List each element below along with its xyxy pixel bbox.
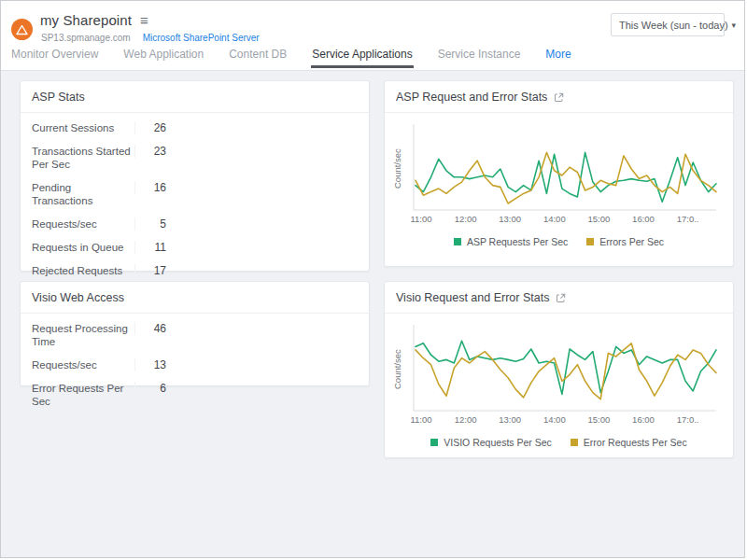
table-row: Request Processing Time46 xyxy=(32,316,358,353)
svg-text:12:00: 12:00 xyxy=(455,414,477,425)
table-row: Error Requests Per Sec6 xyxy=(32,376,358,413)
stat-label: Error Requests Per Sec xyxy=(32,382,134,408)
monitor-host: SP13.spmanage.com xyxy=(41,33,131,43)
svg-text:12:00: 12:00 xyxy=(455,214,477,224)
stat-value: 46 xyxy=(134,322,166,335)
svg-text:17:0..: 17:0.. xyxy=(677,214,699,224)
stat-label: Rejected Requests xyxy=(32,264,134,277)
visio-request-error-chart-panel: Visio Request and Error Stats Count/sec … xyxy=(384,281,734,458)
table-row: Requests/sec5 xyxy=(32,212,358,235)
legend-label: VISIO Requests Per Sec xyxy=(444,437,552,448)
tab-web-application[interactable]: Web Application xyxy=(122,45,204,68)
page-title: my Sharepoint xyxy=(40,12,132,28)
visio-web-access-panel: Visio Web Access Request Processing Time… xyxy=(20,281,370,386)
svg-text:17:0..: 17:0.. xyxy=(677,414,699,425)
svg-text:11:00: 11:00 xyxy=(410,214,431,224)
svg-text:14:00: 14:00 xyxy=(543,414,566,425)
asp-chart-body: Count/sec 11:0012:0013:0014:0015:0016:00… xyxy=(385,113,733,229)
stat-value: 26 xyxy=(134,121,166,134)
stat-value: 16 xyxy=(134,181,166,194)
asp-chart-legend: ASP Requests Per SecErrors Per Sec xyxy=(385,236,733,247)
svg-text:16:00: 16:00 xyxy=(632,414,655,425)
stat-value: 23 xyxy=(134,145,166,158)
legend-swatch-icon xyxy=(430,439,438,446)
visio-web-access-title: Visio Web Access xyxy=(21,282,369,314)
warning-triangle-icon xyxy=(16,24,28,35)
legend-swatch-icon xyxy=(586,238,594,245)
table-row: Requests/sec13 xyxy=(32,353,358,376)
stat-value: 6 xyxy=(134,382,166,395)
external-link-icon[interactable] xyxy=(556,293,566,303)
stat-label: Request Processing Time xyxy=(32,322,134,348)
tab-bar: Monitor OverviewWeb ApplicationContent D… xyxy=(1,45,744,70)
stat-label: Requests in Queue xyxy=(32,241,134,254)
visio-chart-body: Count/sec 11:0012:0013:0014:0015:0016:00… xyxy=(385,314,733,429)
legend-swatch-icon xyxy=(454,238,461,245)
monitor-status-avatar xyxy=(11,19,33,40)
asp-request-error-chart-panel: ASP Request and Error Stats Count/sec 11… xyxy=(384,80,734,267)
legend-item-error-requests-per-sec[interactable]: Error Requests Per Sec xyxy=(571,437,687,448)
visio-web-access-table: Request Processing Time46Requests/sec13E… xyxy=(21,314,369,418)
dashboard-screen: my Sharepoint ≡ SP13.spmanage.com Micros… xyxy=(0,0,745,558)
stat-value: 5 xyxy=(134,217,166,231)
table-row: Transactions Started Per Sec23 xyxy=(32,139,358,175)
chevron-down-icon: ▾ xyxy=(732,21,737,30)
visio-chart-legend: VISIO Requests Per SecError Requests Per… xyxy=(385,437,733,448)
tab-more[interactable]: More xyxy=(544,45,571,68)
tab-monitor-overview[interactable]: Monitor Overview xyxy=(10,45,99,68)
time-range-dropdown[interactable]: This Week (sun - today) ▾ xyxy=(611,13,725,36)
asp-chart-title: ASP Request and Error Stats xyxy=(385,81,733,113)
server-type-link[interactable]: Microsoft SharePoint Server xyxy=(143,33,260,43)
asp-chart-title-text: ASP Request and Error Stats xyxy=(396,91,547,104)
stat-value: 17 xyxy=(134,264,166,277)
svg-text:11:00: 11:00 xyxy=(410,414,431,425)
legend-item-errors-per-sec[interactable]: Errors Per Sec xyxy=(586,236,664,247)
stat-value: 13 xyxy=(134,358,166,371)
svg-text:14:00: 14:00 xyxy=(543,214,566,224)
svg-text:15:00: 15:00 xyxy=(588,414,611,425)
svg-text:13:00: 13:00 xyxy=(499,414,521,425)
external-link-icon[interactable] xyxy=(554,92,564,103)
table-row: Requests in Queue11 xyxy=(32,235,358,259)
tab-content-db[interactable]: Content DB xyxy=(228,45,288,68)
table-row: Rejected Requests17 xyxy=(32,259,358,282)
visio-chart-title-text: Visio Request and Error Stats xyxy=(396,291,549,304)
stat-label: Pending Transactions xyxy=(32,181,134,207)
visio-chart-title: Visio Request and Error Stats xyxy=(385,282,733,314)
legend-label: Error Requests Per Sec xyxy=(584,437,687,448)
tab-service-instance[interactable]: Service Instance xyxy=(437,45,522,68)
legend-label: ASP Requests Per Sec xyxy=(467,236,568,247)
stat-label: Requests/sec xyxy=(32,217,134,231)
svg-text:13:00: 13:00 xyxy=(499,214,521,224)
visio-line-chart: 11:0012:0013:0014:0015:0016:0017:0.. xyxy=(404,321,720,429)
legend-label: Errors Per Sec xyxy=(599,236,664,247)
asp-chart-ylabel: Count/sec xyxy=(390,124,404,214)
legend-item-asp-requests-per-sec[interactable]: ASP Requests Per Sec xyxy=(454,236,568,247)
asp-stats-title: ASP Stats xyxy=(21,81,369,113)
svg-text:15:00: 15:00 xyxy=(588,214,611,224)
menu-icon[interactable]: ≡ xyxy=(140,13,148,27)
svg-text:16:00: 16:00 xyxy=(632,214,655,224)
legend-swatch-icon xyxy=(571,439,578,446)
table-row: Current Sessions26 xyxy=(32,116,358,139)
legend-item-visio-requests-per-sec[interactable]: VISIO Requests Per Sec xyxy=(430,437,552,448)
asp-line-chart: 11:0012:0013:0014:0015:0016:0017:0.. xyxy=(404,120,720,229)
tab-service-applications[interactable]: Service Applications xyxy=(311,45,413,68)
stat-label: Requests/sec xyxy=(32,358,134,371)
visio-chart-ylabel: Count/sec xyxy=(390,325,404,414)
stat-value: 11 xyxy=(134,241,166,254)
header: my Sharepoint ≡ SP13.spmanage.com Micros… xyxy=(1,1,744,71)
asp-stats-panel: ASP Stats Current Sessions26Transactions… xyxy=(20,80,370,272)
stat-label: Current Sessions xyxy=(32,121,134,134)
stat-label: Transactions Started Per Sec xyxy=(32,145,134,171)
table-row: Pending Transactions16 xyxy=(32,175,358,212)
time-range-value: This Week (sun - today) xyxy=(619,20,728,31)
